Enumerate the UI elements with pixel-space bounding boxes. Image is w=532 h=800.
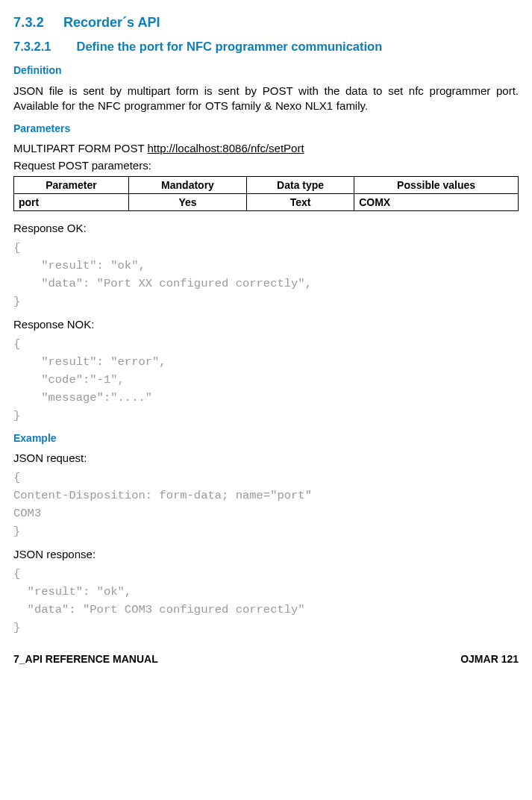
method-line: MULTIPART FORM POST http://localhost:808… bbox=[13, 142, 519, 154]
subsection-number: 7.3.2.1 bbox=[13, 40, 51, 54]
cell-mandatory: Yes bbox=[128, 193, 246, 210]
page-footer: 7_API REFERENCE MANUAL OJMAR 121 bbox=[13, 653, 519, 665]
section-title: Recorder´s API bbox=[63, 15, 160, 30]
example-label: Example bbox=[13, 432, 519, 444]
request-params-label: Request POST parameters: bbox=[13, 159, 519, 172]
section-heading: 7.3.2Recorder´s API bbox=[13, 15, 519, 31]
json-response-label: JSON response: bbox=[13, 548, 519, 560]
response-nok-label: Response NOK: bbox=[13, 318, 519, 331]
footer-left: 7_API REFERENCE MANUAL bbox=[13, 653, 158, 665]
response-ok-label: Response OK: bbox=[13, 222, 519, 234]
response-ok-code: { "result": "ok", "data": "Port XX confi… bbox=[13, 239, 519, 310]
table-row: port Yes Text COMX bbox=[14, 193, 519, 210]
col-parameter: Parameter bbox=[14, 176, 129, 193]
definition-label: Definition bbox=[13, 64, 519, 76]
subsection-title: Define the port for NFC programmer commu… bbox=[76, 40, 382, 53]
parameters-table: Parameter Mandatory Data type Possible v… bbox=[13, 176, 519, 211]
col-mandatory: Mandatory bbox=[128, 176, 246, 193]
cell-param: port bbox=[14, 193, 129, 210]
cell-values: COMX bbox=[354, 193, 519, 210]
json-request-label: JSON request: bbox=[13, 451, 519, 464]
endpoint-url: http://localhost:8086/nfc/setPort bbox=[147, 142, 304, 154]
footer-right: OJMAR 121 bbox=[460, 653, 519, 665]
json-request-code: { Content-Disposition: form-data; name="… bbox=[13, 469, 519, 540]
subsection-heading: 7.3.2.1Define the port for NFC programme… bbox=[13, 40, 519, 54]
table-header-row: Parameter Mandatory Data type Possible v… bbox=[14, 176, 519, 193]
parameters-label: Parameters bbox=[13, 122, 519, 134]
col-datatype: Data type bbox=[247, 176, 354, 193]
col-values: Possible values bbox=[354, 176, 519, 193]
json-response-code: { "result": "ok", "data": "Port COM3 con… bbox=[13, 565, 519, 637]
section-number: 7.3.2 bbox=[13, 15, 44, 31]
cell-datatype: Text bbox=[247, 193, 354, 210]
method-text: MULTIPART FORM POST bbox=[13, 142, 147, 154]
definition-text: JSON file is sent by multipart form is s… bbox=[13, 84, 519, 113]
response-nok-code: { "result": "error", "code":"-1", "messa… bbox=[13, 335, 519, 425]
